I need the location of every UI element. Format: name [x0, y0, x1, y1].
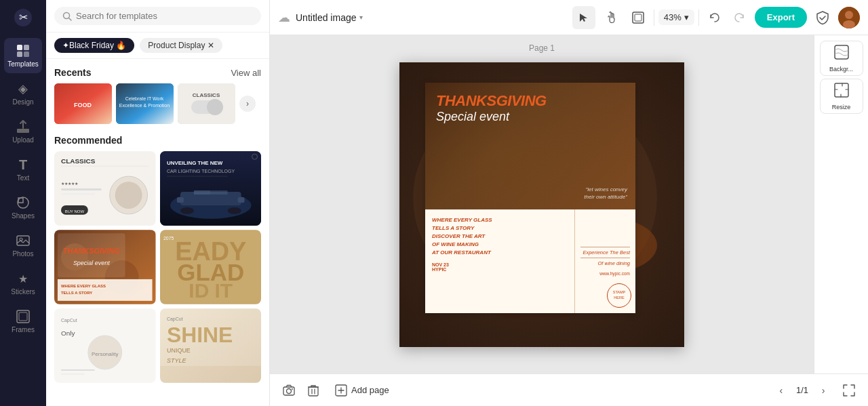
svg-point-94 — [287, 388, 292, 393]
template-card-food[interactable]: THANKSGIVING Special event WHERE EVERY G… — [54, 230, 156, 304]
next-page-button[interactable]: › — [814, 381, 833, 400]
view-all-link[interactable]: View all — [231, 68, 261, 78]
camera-button[interactable] — [278, 380, 300, 401]
design-icon: ◈ — [16, 81, 31, 96]
svg-text:UNVEILING THE NEW: UNVEILING THE NEW — [166, 160, 222, 166]
zoom-level: 43% — [664, 12, 682, 22]
background-btn[interactable]: Backgr... — [820, 41, 863, 76]
svg-text:CAR LIGHTING TECHNOLOGY: CAR LIGHTING TECHNOLOGY — [166, 169, 235, 174]
template-card-typography[interactable]: EADY GLAD ID IT 2075 — [160, 230, 262, 304]
templates-icon — [16, 43, 31, 58]
recent-thumb-3-img: CLASSICS — [178, 83, 235, 124]
sidebar-item-shapes[interactable]: Shapes — [4, 190, 42, 225]
undo-button[interactable] — [703, 6, 726, 29]
canvas-area[interactable]: Page 1 — [270, 35, 814, 373]
template-card-minimal[interactable]: CapCut Only Personality — [54, 308, 156, 383]
sidebar-item-frames[interactable]: Frames — [4, 304, 42, 339]
template-card-car[interactable]: UNVEILING THE NEW CAR LIGHTING TECHNOLOG… — [160, 151, 262, 226]
svg-text:FOOD: FOOD — [74, 102, 92, 108]
sidebar-item-text[interactable]: T Text — [4, 152, 42, 187]
tag-black-friday[interactable]: ✦Black Friday 🔥 — [54, 38, 134, 53]
app-logo: ✂ — [11, 5, 35, 30]
delete-button[interactable] — [302, 380, 324, 401]
svg-text:SHINE: SHINE — [166, 323, 232, 347]
svg-text:CapCut: CapCut — [166, 317, 182, 322]
recents-section-header: Recents View all — [54, 67, 261, 78]
card-date-text: NOV 23 HYPIC — [432, 262, 568, 272]
svg-text:TELLS A STORY: TELLS A STORY — [61, 291, 92, 295]
background-icon — [834, 45, 849, 63]
svg-rect-43 — [237, 197, 244, 203]
toolbar-divider-2 — [698, 9, 699, 26]
canvas-frame: THANKSGIVING Special event "let wines co… — [399, 62, 684, 347]
undo-redo-group — [703, 6, 751, 29]
resize-btn[interactable]: Resize — [820, 79, 863, 114]
frame-tool-button[interactable] — [627, 6, 650, 29]
recent-thumb-2[interactable]: Celebrate IT Work Excellence & Promotion — [116, 83, 174, 124]
svg-rect-12 — [19, 312, 27, 321]
story-line3: DISCOVER THE ART — [432, 233, 485, 239]
sidebar-item-design[interactable]: ◈ Design — [4, 76, 42, 111]
title-chevron-icon[interactable]: ▾ — [359, 14, 363, 21]
stickers-icon: ★ — [16, 271, 31, 286]
recents-next-btn[interactable]: › — [239, 96, 256, 112]
sidebar-item-templates[interactable]: Templates — [4, 38, 42, 73]
divider-line-1 — [580, 247, 630, 247]
sidebar-item-photos[interactable]: Photos — [4, 228, 42, 263]
recent-thumb-1-img: FOOD — [54, 83, 112, 124]
sidebar-label-photos: Photos — [12, 250, 33, 258]
template-card-shine[interactable]: CapCut SHINE UNIQUE STYLE — [160, 308, 262, 383]
redo-button[interactable] — [728, 6, 751, 29]
text-icon: T — [16, 157, 31, 172]
panel-content: Recents View all FOOD Celeb — [46, 59, 269, 406]
template-card-watch[interactable]: CLASSICS ★★★★★ BUY NOW — [54, 151, 156, 226]
card-bottom-right: Experience The Best Of wine dining www.h… — [574, 209, 635, 313]
svg-text:Celebrate IT Work: Celebrate IT Work — [125, 96, 164, 101]
user-avatar[interactable] — [838, 7, 860, 28]
tag-product-display-label: Product Display ✕ — [148, 41, 214, 50]
svg-rect-69 — [61, 373, 85, 375]
search-input[interactable] — [76, 11, 253, 21]
sidebar-item-upload[interactable]: Upload — [4, 114, 42, 149]
sidebar-item-stickers[interactable]: ★ Stickers — [4, 266, 42, 301]
prev-page-button[interactable]: ‹ — [772, 381, 791, 400]
svg-point-22 — [207, 99, 223, 115]
recent-thumb-3[interactable]: CLASSICS — [178, 83, 235, 124]
zoom-chevron-icon: ▾ — [684, 12, 689, 22]
add-page-button[interactable]: Add page — [330, 382, 395, 399]
search-icon — [62, 12, 72, 21]
sidebar-label-templates: Templates — [7, 60, 39, 68]
svg-rect-47 — [210, 190, 227, 195]
svg-rect-2 — [17, 45, 22, 50]
svg-text:ID IT: ID IT — [189, 279, 233, 302]
svg-text:BUY NOW: BUY NOW — [65, 209, 85, 214]
shield-icon-button[interactable] — [811, 6, 834, 29]
svg-text:STYLE: STYLE — [166, 357, 186, 364]
tag-black-friday-label: ✦Black Friday 🔥 — [62, 41, 126, 50]
editor-main: ☁ Untitled image ▾ 43% — [270, 0, 868, 406]
select-tool-button[interactable] — [572, 6, 595, 29]
svg-text:CLASSICS: CLASSICS — [61, 157, 96, 165]
add-page-label: Add page — [351, 385, 389, 395]
search-input-wrap[interactable] — [54, 7, 261, 25]
resize-label: Resize — [832, 104, 851, 110]
export-button[interactable]: Export — [755, 7, 807, 28]
svg-text:Only: Only — [61, 329, 75, 337]
photos-icon — [16, 233, 31, 248]
svg-point-45 — [227, 207, 241, 214]
thanksgiving-title-area: THANKSGIVING Special event — [436, 94, 547, 124]
tag-product-display[interactable]: Product Display ✕ — [140, 38, 222, 53]
zoom-control[interactable]: 43% ▾ — [658, 9, 694, 25]
svg-rect-76 — [633, 12, 644, 23]
card-bottom: WHERE EVERY GLASS TELLS A STORY DISCOVER… — [425, 209, 635, 313]
story-line5: AT OUR RESTAURANT — [432, 249, 491, 256]
shapes-icon — [16, 195, 31, 210]
bottom-bar: Add page ‹ 1/1 › — [270, 373, 868, 406]
svg-point-79 — [845, 11, 853, 19]
card-bottom-left: WHERE EVERY GLASS TELLS A STORY DISCOVER… — [425, 209, 574, 313]
card-tagline: "let wines conveytheir own attitude" — [584, 186, 627, 201]
hand-tool-button[interactable] — [599, 6, 623, 29]
pagination-text: 1/1 — [796, 385, 808, 395]
expand-button[interactable] — [838, 380, 860, 401]
recent-thumb-1[interactable]: FOOD — [54, 83, 112, 124]
